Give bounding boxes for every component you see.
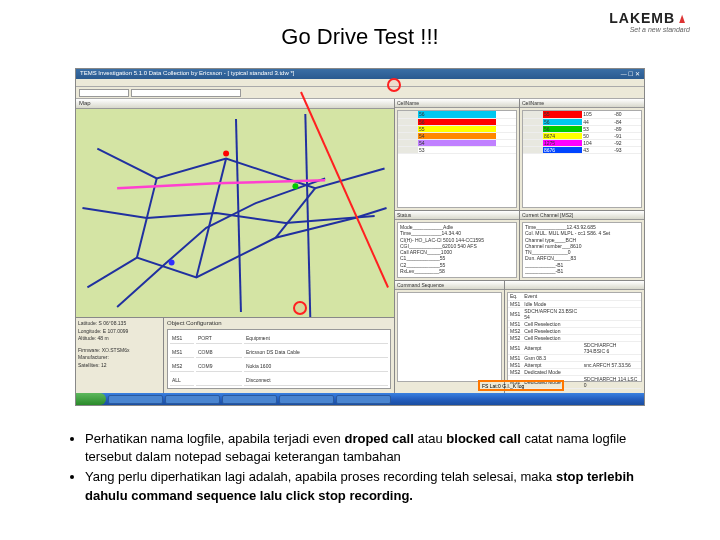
svg-point-1 bbox=[292, 183, 298, 189]
task-button[interactable] bbox=[336, 395, 391, 404]
gps-status-pane: Latitude: S 06°08.135 Longitude: E 107.0… bbox=[76, 318, 164, 395]
map-canvas[interactable] bbox=[76, 109, 394, 317]
table-row: MS1Idle Mode bbox=[508, 300, 641, 307]
list-item: Yang perlu diperhatikan lagi adalah, apa… bbox=[85, 468, 665, 504]
annotation-highlight-box: FS Lat:0 G.l._K log bbox=[478, 380, 564, 391]
toolbar-field[interactable] bbox=[79, 89, 129, 97]
taskbar[interactable] bbox=[76, 393, 644, 405]
bullet-notes: Perhatikan nama logfile, apabila terjadi… bbox=[65, 430, 665, 507]
window-title: TEMS Investigation 5.1.0 Data Collection… bbox=[80, 70, 294, 78]
annotation-circle-icon bbox=[387, 78, 401, 92]
table-row: MS1Gsm 08.3 bbox=[508, 354, 641, 361]
task-button[interactable] bbox=[165, 395, 220, 404]
svg-point-2 bbox=[169, 260, 175, 266]
table-row: MS1SDCH/ARFCN 23.BSIC 54 bbox=[508, 307, 641, 320]
table-row: MS1PORTEquipment bbox=[170, 332, 388, 344]
brand-tagline: Set a new standard bbox=[609, 26, 690, 33]
object-configuration-pane: Object Configuration MS1PORTEquipment MS… bbox=[164, 318, 394, 395]
events-pane[interactable]: Eq.Event MS1Idle Mode MS1SDCH/ARFCN 23.B… bbox=[505, 281, 644, 395]
cellname-grid-right[interactable]: CellName 55105-80 5644-84 5653-89 867450… bbox=[520, 99, 644, 210]
toolbar[interactable] bbox=[76, 87, 644, 99]
table-row: MS2Cell Reselection bbox=[508, 327, 641, 334]
config-table[interactable]: MS1PORTEquipment MS1COM8Ericsson DS Data… bbox=[167, 329, 391, 389]
task-button[interactable] bbox=[222, 395, 277, 404]
table-row: MS1COM8Ericsson DS Data Cable bbox=[170, 346, 388, 358]
command-sequence-pane[interactable]: Command Sequence bbox=[395, 281, 505, 395]
cellname-grid-left[interactable]: CellName 56 56 55 54 54 53 bbox=[395, 99, 520, 210]
menubar[interactable] bbox=[76, 79, 644, 87]
map-pane[interactable]: Map bbox=[76, 99, 394, 317]
map-roads-icon bbox=[76, 109, 394, 317]
channel-text-pane: Current Channel [MS2] Time___________12.… bbox=[520, 211, 644, 280]
config-title: Object Configuration bbox=[167, 320, 391, 329]
table-row: MS1Cell Reselection bbox=[508, 320, 641, 327]
annotation-circle-icon bbox=[293, 301, 307, 315]
brand-name: LAKEMB▲ bbox=[609, 10, 690, 26]
table-row: MS1Attemptsnc.ARFCH 57.33.56 bbox=[508, 361, 641, 368]
table-row: MS2COM9Nokia 1600 bbox=[170, 360, 388, 372]
toolbar-field[interactable] bbox=[131, 89, 241, 97]
map-tab[interactable]: Map bbox=[76, 99, 394, 109]
window-controls[interactable]: — ☐ ✕ bbox=[621, 70, 640, 78]
table-row: MS2Dedicated Mode bbox=[508, 368, 641, 375]
table-row: MS2Cell Reselection bbox=[508, 334, 641, 341]
app-screenshot: TEMS Investigation 5.1.0 Data Collection… bbox=[75, 68, 645, 406]
brand-logo: LAKEMB▲ Set a new standard bbox=[609, 10, 690, 33]
start-button[interactable] bbox=[76, 393, 106, 405]
table-row: ALLDisconnect bbox=[170, 374, 388, 386]
list-item: Perhatikan nama logfile, apabila terjadi… bbox=[85, 430, 665, 466]
table-row: MS1AttemptSDCH/ARFCH 734.BSIC 6 bbox=[508, 341, 641, 354]
task-button[interactable] bbox=[279, 395, 334, 404]
status-text-pane: Status Mode___________Adle Time_________… bbox=[395, 211, 520, 280]
svg-point-0 bbox=[223, 151, 229, 157]
task-button[interactable] bbox=[108, 395, 163, 404]
window-titlebar: TEMS Investigation 5.1.0 Data Collection… bbox=[76, 69, 644, 79]
